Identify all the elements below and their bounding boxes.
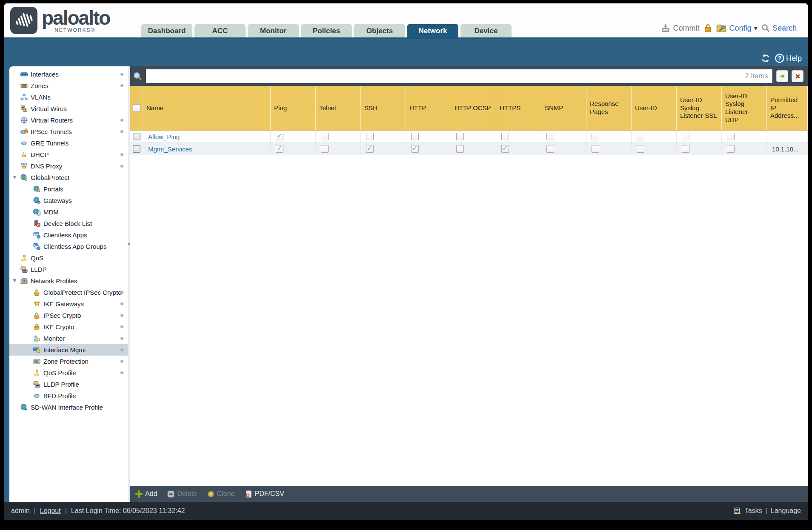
telnet-checkbox[interactable] — [321, 133, 329, 140]
commit-button[interactable]: Commit — [661, 23, 699, 33]
collapse-sidebar-icon[interactable]: ◄ — [127, 242, 130, 246]
clear-filter-button[interactable] — [792, 70, 803, 82]
interfaces-icon — [20, 71, 28, 78]
tab-monitor[interactable]: Monitor — [248, 24, 299, 37]
sidebar-item-gre-tunnels[interactable]: GRE Tunnels — [9, 137, 128, 149]
ssh-checkbox[interactable] — [366, 145, 374, 153]
column-header-telnet[interactable]: Telnet — [316, 86, 361, 130]
sidebar-item-gateways[interactable]: Gateways — [9, 195, 128, 206]
ping-checkbox[interactable] — [276, 145, 283, 153]
column-header-user-id-syslog-listener-ssl[interactable]: User-ID Syslog Listener-SSL — [677, 86, 722, 130]
vsys-dot-icon — [120, 337, 123, 340]
sidebar-item-monitor[interactable]: Monitor — [9, 333, 128, 344]
telnet-checkbox[interactable] — [321, 145, 329, 153]
apply-filter-button[interactable] — [776, 70, 788, 82]
sidebar-item-dhcp[interactable]: DHCP — [9, 149, 128, 160]
sidebar-item-mdm[interactable]: MDM — [9, 206, 128, 218]
filter-input[interactable] — [146, 70, 745, 82]
row-select-checkbox[interactable] — [133, 133, 140, 140]
sidebar-item-virtual-wires[interactable]: Virtual Wires — [9, 103, 128, 114]
sidebar-item-network-profiles[interactable]: ▼Network Profiles — [9, 275, 128, 287]
http-ocsp-checkbox[interactable] — [456, 133, 464, 140]
tab-objects[interactable]: Objects — [354, 24, 405, 37]
sidebar-item-dns-proxy[interactable]: DNS Proxy — [9, 160, 128, 172]
column-header-http-ocsp[interactable]: HTTP OCSP — [451, 86, 496, 130]
profile-name-link[interactable]: Mgmt_Services — [148, 145, 192, 153]
user-id-syslog-listener-ssl-checkbox[interactable] — [682, 133, 689, 140]
column-header-snmp[interactable]: SNMP — [541, 86, 586, 130]
sidebar-item-globalprotect[interactable]: ▼GlobalProtect — [9, 172, 128, 183]
refresh-icon[interactable] — [761, 54, 770, 63]
ping-checkbox[interactable] — [276, 133, 283, 140]
sidebar-item-virtual-routers[interactable]: Virtual Routers — [9, 114, 128, 126]
lock-icon[interactable] — [703, 23, 712, 33]
sidebar-item-device-block-list[interactable]: Device Block List — [9, 218, 128, 229]
https-checkbox[interactable] — [501, 133, 509, 140]
sidebar-item-ike-crypto[interactable]: IKE Crypto — [9, 321, 128, 333]
sidebar-item-lldp-profile[interactable]: LLDP Profile — [9, 379, 128, 390]
user-id-checkbox[interactable] — [637, 145, 644, 153]
tab-device[interactable]: Device — [460, 24, 512, 37]
select-all-checkbox[interactable] — [133, 104, 140, 112]
column-header-https[interactable]: HTTPS — [496, 86, 541, 130]
logout-link[interactable]: Logout — [40, 507, 61, 515]
sidebar-item-lldp[interactable]: LLDP — [9, 264, 128, 275]
sidebar-item-label: GlobalProtect — [31, 174, 69, 181]
help-button[interactable]: Help — [775, 54, 802, 63]
pdf-csv-button[interactable]: PDF/CSV — [245, 490, 284, 498]
sidebar-item-sd-wan-interface-profile[interactable]: SD-WAN Interface Profile — [9, 402, 128, 413]
interface-mgmt-icon — [33, 346, 40, 353]
https-checkbox[interactable] — [501, 145, 509, 153]
language-button[interactable]: Language — [771, 507, 801, 515]
sidebar-item-vlans[interactable]: VLANs — [9, 91, 128, 103]
column-header-http[interactable]: HTTP — [406, 86, 451, 130]
sidebar-item-clientless-app-groups[interactable]: Clientless App Groups — [9, 241, 128, 252]
sidebar-item-qos[interactable]: QoS — [9, 252, 128, 264]
sidebar-item-zone-protection[interactable]: Zone Protection — [9, 356, 128, 367]
user-id-syslog-listener-udp-checkbox[interactable] — [727, 145, 735, 153]
tab-policies[interactable]: Policies — [301, 24, 352, 37]
sidebar-item-interfaces[interactable]: Interfaces — [9, 68, 128, 80]
sidebar-splitter[interactable]: ◄ — [128, 66, 130, 502]
snmp-checkbox[interactable] — [546, 145, 554, 153]
http-ocsp-checkbox[interactable] — [456, 145, 464, 153]
search-button[interactable]: Search — [761, 24, 797, 33]
http-checkbox[interactable] — [411, 145, 419, 153]
sidebar-item-clientless-apps[interactable]: Clientless Apps — [9, 229, 128, 241]
tab-dashboard[interactable]: Dashboard — [141, 24, 192, 37]
sidebar-item-bfd-profile[interactable]: BFD Profile — [9, 390, 128, 402]
user-id-syslog-listener-ssl-checkbox[interactable] — [682, 145, 689, 153]
ssh-checkbox[interactable] — [366, 133, 374, 140]
sidebar-item-interface-mgmt[interactable]: Interface Mgmt — [9, 344, 128, 356]
sidebar-item-portals[interactable]: Portals — [9, 183, 128, 195]
user-id-syslog-listener-udp-checkbox[interactable] — [727, 133, 735, 140]
expand-triangle-icon[interactable]: ▼ — [13, 175, 16, 180]
column-header-ping[interactable]: Ping — [271, 86, 316, 130]
user-id-checkbox[interactable] — [637, 133, 644, 140]
sidebar-item-globalprotect-ipsec-crypto[interactable]: GlobalProtect IPSec Crypto — [9, 287, 128, 298]
sidebar-item-label: Virtual Routers — [31, 117, 73, 124]
http-checkbox[interactable] — [411, 133, 419, 140]
expand-triangle-icon[interactable]: ▼ — [13, 278, 16, 283]
sidebar-item-ike-gateways[interactable]: IKE Gateways — [9, 298, 128, 310]
column-header-ssh[interactable]: SSH — [361, 86, 406, 130]
profile-name-link[interactable]: Allow_Ping — [148, 133, 180, 140]
config-menu-button[interactable]: Config ▼ — [716, 23, 758, 33]
add-button[interactable]: Add — [135, 490, 157, 498]
tab-network[interactable]: Network — [407, 24, 458, 37]
column-header-permitted-ip-address[interactable]: Permitted IP Address... — [767, 86, 808, 130]
column-header-response-pages[interactable]: Response Pages — [586, 86, 632, 130]
tasks-button[interactable]: Tasks — [745, 507, 762, 515]
column-header-name[interactable]: Name — [143, 86, 271, 130]
sidebar-item-ipsec-tunnels[interactable]: IPSec Tunnels — [9, 126, 128, 137]
tab-acc[interactable]: ACC — [194, 24, 246, 37]
response-pages-checkbox[interactable] — [592, 133, 599, 140]
response-pages-checkbox[interactable] — [592, 145, 599, 153]
sidebar-item-qos-profile[interactable]: QoS Profile — [9, 367, 128, 379]
column-header-user-id-syslog-listener-udp[interactable]: User-ID Syslog Listener-UDP — [722, 86, 767, 130]
sidebar-item-ipsec-crypto[interactable]: IPSec Crypto — [9, 310, 128, 321]
sidebar-item-zones[interactable]: Zones — [9, 80, 128, 91]
snmp-checkbox[interactable] — [546, 133, 554, 140]
column-header-user-id[interactable]: User-ID — [632, 86, 677, 130]
row-select-checkbox[interactable] — [133, 145, 140, 153]
